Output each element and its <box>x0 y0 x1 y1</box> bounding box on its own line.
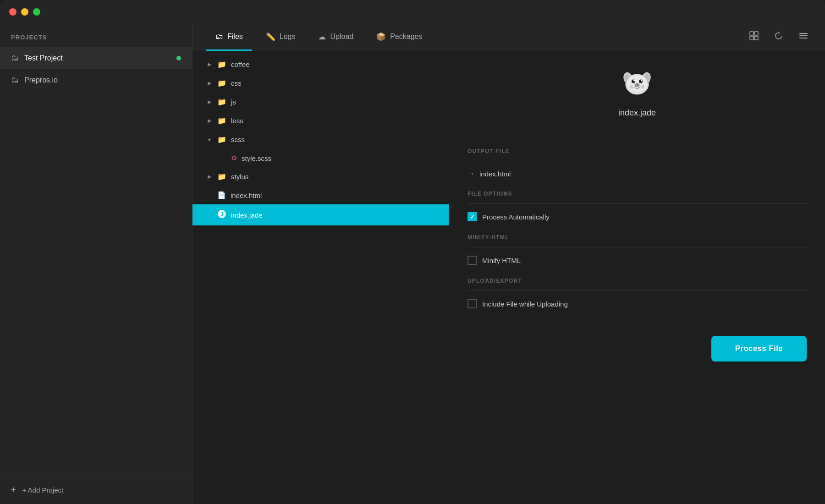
folder-icon: 🗂 <box>11 76 19 85</box>
tree-item-coffee[interactable]: ▶ 📁 coffee <box>192 55 449 74</box>
maximize-button[interactable] <box>33 8 40 16</box>
sidebar-footer: + + Add Project <box>0 476 192 504</box>
include-file-label: Include File while Uploading <box>482 300 568 308</box>
tree-item-label: css <box>231 79 242 87</box>
grid-view-button[interactable] <box>746 28 762 46</box>
prepros-mascot-icon <box>619 64 655 101</box>
process-file-button[interactable]: Process File <box>711 336 807 362</box>
cloud-tab-icon: ☁ <box>318 32 326 42</box>
tabs-right <box>746 28 811 46</box>
tabs-bar: 🗂 Files ✏️ Logs ☁ Upload 📦 Packages <box>192 24 825 50</box>
folder-icon: 📁 <box>217 172 226 181</box>
refresh-icon <box>774 31 784 41</box>
upload-export-section: UPLOAD/EXPORT Include File while Uploadi… <box>468 278 807 308</box>
file-tree: ▶ 📁 coffee ▶ 📁 css ▶ 📁 js <box>192 50 449 504</box>
add-project-button[interactable]: + + Add Project <box>11 485 63 495</box>
tab-logs[interactable]: ✏️ Logs <box>257 24 305 51</box>
sidebar-item-test-project[interactable]: 🗂 Test Project <box>0 47 192 69</box>
output-file-value: index.html <box>479 170 511 178</box>
refresh-button[interactable] <box>771 28 786 46</box>
tree-item-label: index.jade <box>231 211 262 219</box>
chevron-right-icon: ▶ <box>206 118 213 124</box>
chevron-right-icon: ▶ <box>206 61 213 67</box>
jade-file-icon: J <box>217 209 226 220</box>
project-label: Prepros.io <box>24 76 58 84</box>
tree-item-index-html[interactable]: 📄 index.html <box>192 186 449 204</box>
tab-packages[interactable]: 📦 Packages <box>367 24 431 51</box>
file-preview: index.jade <box>468 64 807 131</box>
tab-files-label: Files <box>227 33 243 41</box>
tree-item-scss[interactable]: ▼ 📁 scss <box>192 130 449 149</box>
detail-file-name: index.jade <box>618 108 656 118</box>
tree-item-less[interactable]: ▶ 📁 less <box>192 111 449 130</box>
tree-item-css[interactable]: ▶ 📁 css <box>192 74 449 93</box>
sidebar-projects-list: 🗂 Test Project 🗂 Prepros.io <box>0 47 192 476</box>
tabs-left: 🗂 Files ✏️ Logs ☁ Upload 📦 Packages <box>206 24 746 50</box>
files-detail: ▶ 📁 coffee ▶ 📁 css ▶ 📁 js <box>192 50 825 504</box>
grid-icon <box>749 31 759 41</box>
tab-packages-label: Packages <box>390 33 422 41</box>
active-dot <box>176 56 181 60</box>
svg-point-4 <box>776 33 782 39</box>
tree-item-label: less <box>231 117 243 125</box>
pen-tab-icon: ✏️ <box>266 32 275 42</box>
svg-point-21 <box>636 84 637 85</box>
arrow-right-icon: → <box>468 170 475 178</box>
chevron-right-icon: ▶ <box>206 80 213 86</box>
include-file-checkbox[interactable] <box>468 299 477 308</box>
divider <box>468 247 807 247</box>
tree-item-stylus[interactable]: ▶ 📁 stylus <box>192 167 449 186</box>
chevron-down-icon: ▼ <box>206 137 213 142</box>
folder-icon: 📁 <box>217 135 226 144</box>
divider <box>468 161 807 161</box>
tree-item-js[interactable]: ▶ 📁 js <box>192 93 449 111</box>
svg-point-19 <box>641 80 642 81</box>
folder-tab-icon: 🗂 <box>215 32 223 41</box>
svg-rect-2 <box>750 36 754 40</box>
folder-icon: 📁 <box>217 116 226 125</box>
tree-item-label: index.html <box>231 192 262 199</box>
tab-upload[interactable]: ☁ Upload <box>309 24 363 51</box>
folder-icon: 📁 <box>217 60 226 69</box>
chevron-right-icon: ▶ <box>206 99 213 105</box>
sidebar: PROJECTS 🗂 Test Project 🗂 Prepros.io + +… <box>0 24 192 504</box>
file-options-section: FILE OPTIONS Process Automatically <box>468 191 807 221</box>
folder-icon: 🗂 <box>11 54 19 63</box>
sidebar-header: PROJECTS <box>0 24 192 47</box>
output-file-section: OUTPUT FILE → index.html <box>468 148 807 178</box>
minimize-button[interactable] <box>21 8 28 16</box>
tree-item-label: js <box>231 98 236 106</box>
output-file-label: OUTPUT FILE <box>468 148 807 154</box>
svg-rect-0 <box>750 32 754 35</box>
project-label: Test Project <box>24 54 63 62</box>
svg-rect-1 <box>754 32 758 35</box>
svg-point-23 <box>641 85 644 89</box>
minify-html-checkbox[interactable] <box>468 256 477 265</box>
tree-item-style-scss[interactable]: ⚙ style.scss <box>192 149 449 167</box>
tree-item-index-jade[interactable]: J index.jade <box>192 204 449 225</box>
minify-html-row: Minify HTML <box>468 256 807 265</box>
upload-export-label: UPLOAD/EXPORT <box>468 278 807 284</box>
menu-button[interactable] <box>796 28 811 46</box>
tab-logs-label: Logs <box>280 33 296 41</box>
content-area: 🗂 Files ✏️ Logs ☁ Upload 📦 Packages <box>192 24 825 504</box>
minify-html-label: MINIFY-HTML <box>468 234 807 241</box>
plus-icon: + <box>11 485 16 495</box>
chevron-right-icon: ▶ <box>206 174 213 180</box>
include-file-row: Include File while Uploading <box>468 299 807 308</box>
output-file-row: → index.html <box>468 170 807 178</box>
tree-item-label: scss <box>231 136 245 143</box>
process-auto-checkbox[interactable] <box>468 212 477 221</box>
close-button[interactable] <box>9 8 16 16</box>
minify-html-section: MINIFY-HTML Minify HTML <box>468 234 807 265</box>
tab-files[interactable]: 🗂 Files <box>206 24 252 51</box>
divider <box>468 203 807 204</box>
svg-rect-3 <box>754 36 758 40</box>
sidebar-item-prepros-io[interactable]: 🗂 Prepros.io <box>0 69 192 91</box>
add-project-label: + Add Project <box>22 486 64 494</box>
folder-icon: 📁 <box>217 79 226 88</box>
titlebar <box>0 0 825 24</box>
svg-point-22 <box>630 85 633 89</box>
svg-point-17 <box>639 80 643 83</box>
tree-item-label: stylus <box>231 173 248 181</box>
